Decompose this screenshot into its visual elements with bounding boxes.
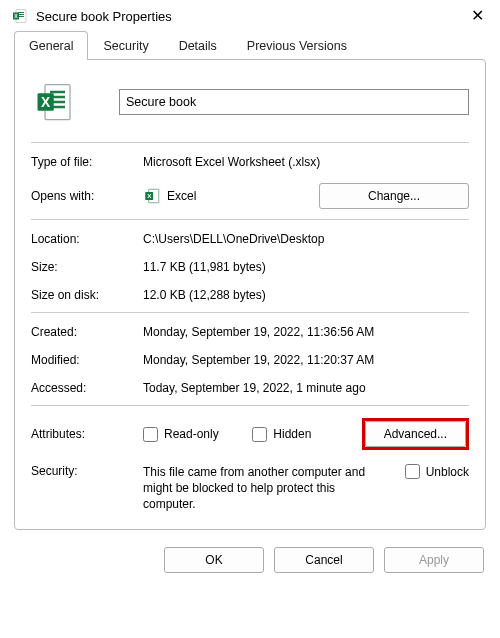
ok-button[interactable]: OK [164,547,264,573]
svg-rect-7 [50,91,65,94]
modified-label: Modified: [31,353,139,367]
opens-with-label: Opens with: [31,189,139,203]
svg-text:X: X [41,95,51,110]
opens-with-value: X Excel [143,187,315,205]
accessed-label: Accessed: [31,381,139,395]
type-of-file-value: Microsoft Excel Worksheet (.xlsx) [143,155,469,169]
tab-security[interactable]: Security [88,31,163,60]
file-type-icon: X [31,78,79,126]
divider [31,142,469,143]
general-panel: X Type of file: Microsoft Excel Workshee… [14,59,486,530]
filename-input[interactable] [119,89,469,115]
advanced-button[interactable]: Advanced... [365,421,466,447]
security-text: This file came from another computer and… [143,464,373,513]
excel-file-icon: X [12,8,28,24]
accessed-value: Today, September 19, 2022, 1 minute ago [143,381,469,395]
hidden-checkbox[interactable]: Hidden [252,427,357,442]
unblock-checkbox[interactable]: Unblock [405,464,469,479]
unblock-label: Unblock [426,465,469,479]
location-value: C:\Users\DELL\OneDrive\Desktop [143,232,469,246]
divider [31,405,469,406]
security-label: Security: [31,464,139,478]
attributes-label: Attributes: [31,427,139,441]
location-label: Location: [31,232,139,246]
titlebar: X Secure book Properties ✕ [0,0,500,30]
tab-strip: General Security Details Previous Versio… [0,30,500,60]
created-value: Monday, September 19, 2022, 11:36:56 AM [143,325,469,339]
created-label: Created: [31,325,139,339]
tab-previous-versions[interactable]: Previous Versions [232,31,362,60]
tab-general[interactable]: General [14,31,88,60]
modified-value: Monday, September 19, 2022, 11:20:37 AM [143,353,469,367]
readonly-checkbox-input[interactable] [143,427,158,442]
cancel-button[interactable]: Cancel [274,547,374,573]
close-icon[interactable]: ✕ [465,8,490,24]
change-button[interactable]: Change... [319,183,469,209]
type-of-file-label: Type of file: [31,155,139,169]
divider [31,219,469,220]
size-label: Size: [31,260,139,274]
window-title: Secure book Properties [36,9,457,24]
apply-button[interactable]: Apply [384,547,484,573]
size-on-disk-label: Size on disk: [31,288,139,302]
readonly-label: Read-only [164,427,219,441]
excel-app-icon: X [143,187,161,205]
tab-details[interactable]: Details [164,31,232,60]
unblock-checkbox-input[interactable] [405,464,420,479]
hidden-checkbox-input[interactable] [252,427,267,442]
divider [31,312,469,313]
opens-with-app: Excel [167,189,196,203]
advanced-highlight: Advanced... [362,418,469,450]
size-value: 11.7 KB (11,981 bytes) [143,260,469,274]
dialog-footer: OK Cancel Apply [0,539,500,587]
readonly-checkbox[interactable]: Read-only [143,427,248,442]
hidden-label: Hidden [273,427,311,441]
size-on-disk-value: 12.0 KB (12,288 bytes) [143,288,469,302]
